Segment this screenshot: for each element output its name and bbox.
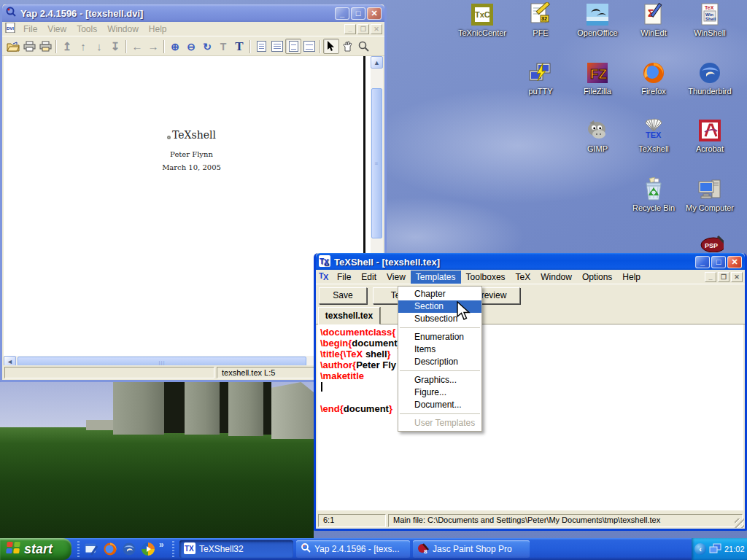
- zoom-in-icon[interactable]: ⊕: [167, 39, 183, 54]
- thunderbird-quicklaunch-icon[interactable]: [121, 541, 137, 557]
- menu-item-document[interactable]: Document...: [398, 399, 481, 411]
- menu-item-user-templates[interactable]: User Templates: [398, 417, 481, 429]
- texshell-menu-edit[interactable]: Edit: [356, 271, 382, 284]
- texshell-mdi-close-button[interactable]: ✕: [731, 272, 743, 282]
- texshell-menu-view[interactable]: View: [382, 271, 411, 284]
- yap-menu-view[interactable]: View: [42, 23, 71, 36]
- taskbar-task-jasc-psp[interactable]: 8 Jasc Paint Shop Pro: [413, 540, 530, 558]
- yap-menu-window[interactable]: Window: [102, 23, 144, 36]
- yap-maximize-button[interactable]: □: [351, 7, 365, 20]
- go-first-page-icon[interactable]: ↥: [59, 39, 75, 54]
- quicklaunch-overflow-chevron[interactable]: »: [159, 540, 164, 550]
- taskbar-task-texshell32[interactable]: TX TeXShell32: [179, 540, 293, 558]
- tab-texshell-tex[interactable]: texshell.tex: [318, 307, 380, 324]
- menu-item-chapter[interactable]: Chapter: [398, 288, 481, 300]
- texshell-menu-file[interactable]: File: [332, 271, 356, 284]
- texshell-menu-options[interactable]: Options: [577, 271, 617, 284]
- save-button[interactable]: Save: [319, 287, 367, 304]
- desktop-icon-pfe[interactable]: 32 PFE: [512, 2, 569, 37]
- facing-pages-view-icon[interactable]: [269, 39, 285, 54]
- quicklaunch-handle[interactable]: [172, 541, 174, 557]
- pfe-icon: 32: [528, 2, 553, 27]
- menu-item-figure[interactable]: Figure...: [398, 386, 481, 399]
- back-icon[interactable]: ←: [129, 39, 145, 54]
- yap-titlebar[interactable]: Yap 2.4.1596 - [texshell.dvi] _ □ ✕: [2, 4, 384, 22]
- texshell-menu-templates[interactable]: Templates: [411, 271, 461, 284]
- my-computer-icon: [697, 177, 722, 202]
- texshell-mdi-restore-button[interactable]: ❐: [718, 272, 729, 282]
- menu-item-enumeration[interactable]: Enumeration: [398, 331, 481, 343]
- start-button[interactable]: start: [0, 538, 71, 560]
- go-last-page-icon[interactable]: ↧: [107, 39, 123, 54]
- print-icon[interactable]: [21, 39, 37, 54]
- refresh-icon[interactable]: ↻: [199, 39, 215, 54]
- desktop-icon-thunderbird[interactable]: Thunderbird: [681, 61, 738, 96]
- forward-icon[interactable]: →: [145, 39, 161, 54]
- desktop-icon-label: FileZilla: [569, 87, 626, 96]
- open-file-icon[interactable]: [5, 39, 21, 54]
- resize-grip[interactable]: [735, 518, 744, 528]
- texshell-menu-window[interactable]: Window: [535, 271, 577, 284]
- texshell-minimize-button[interactable]: _: [695, 256, 710, 268]
- desktop-icon-firefox[interactable]: Firefox: [625, 61, 682, 96]
- network-status-icon[interactable]: [709, 543, 721, 556]
- menu-item-description[interactable]: Description: [398, 356, 481, 368]
- quicklaunch-handle[interactable]: [77, 541, 80, 557]
- continuous-view-icon[interactable]: [285, 39, 301, 54]
- editor-line: \end{document}: [320, 403, 743, 414]
- texshell-maximize-button[interactable]: □: [711, 256, 726, 268]
- texshell-mdi-minimize-button[interactable]: _: [705, 272, 716, 282]
- page-down-icon[interactable]: ↓: [91, 39, 107, 54]
- media-player-quicklaunch-icon[interactable]: [140, 541, 156, 557]
- yap-menu-tools[interactable]: Tools: [71, 23, 102, 36]
- desktop-icon-psp-partial[interactable]: PSP: [686, 235, 737, 252]
- texshell-close-button[interactable]: ✕: [727, 256, 742, 268]
- yap-close-button[interactable]: ✕: [367, 7, 382, 20]
- desktop-icon-winedt[interactable]: Σ WinEdt: [625, 2, 682, 37]
- desktop-icon-my-computer[interactable]: My Computer: [681, 177, 738, 212]
- texshell-editor[interactable]: \documentclass{ \begin{document} \title{…: [317, 324, 743, 510]
- clock[interactable]: 21:02: [724, 545, 745, 553]
- texshell-menu-tex[interactable]: TeX: [511, 271, 536, 284]
- magnifier-icon[interactable]: [355, 39, 371, 54]
- filezilla-icon: FZ: [585, 61, 610, 85]
- texshell-menu-help[interactable]: Help: [617, 271, 646, 284]
- yap-mdi-restore-button[interactable]: ❐: [357, 24, 369, 34]
- ruler-text-icon[interactable]: T: [215, 39, 231, 54]
- firefox-quicklaunch-icon[interactable]: [102, 541, 118, 557]
- taskbar-task-yap[interactable]: Yap 2.4.1596 - [texs...: [296, 540, 410, 558]
- desktop-icon-openoffice[interactable]: OpenOffice: [569, 2, 626, 37]
- editor-line: \author{Peter Fly: [320, 359, 743, 370]
- texshell-menu-toolboxes[interactable]: Toolboxes: [461, 271, 511, 284]
- menu-item-items[interactable]: Items: [398, 343, 481, 356]
- hand-pan-icon[interactable]: [339, 39, 355, 54]
- continuous-facing-view-icon[interactable]: [301, 39, 317, 54]
- desktop-icon-putty[interactable]: puTTY: [512, 61, 569, 96]
- yap-minimize-button[interactable]: _: [335, 7, 349, 20]
- scroll-up-arrow[interactable]: ▲: [371, 56, 383, 69]
- zoom-out-icon[interactable]: ⊖: [183, 39, 199, 54]
- yap-mdi-minimize-button[interactable]: _: [344, 24, 356, 34]
- vertical-scroll-thumb[interactable]: ≡: [371, 88, 382, 238]
- menu-item-graphics[interactable]: Graphics...: [398, 374, 481, 386]
- desktop-icon-acrobat[interactable]: Acrobat: [681, 118, 738, 153]
- desktop-icon-gimp[interactable]: GIMP: [569, 118, 626, 153]
- desktop-icon-winshell[interactable]: TeXWinShell WinShell: [681, 2, 738, 37]
- svg-text:TeX: TeX: [705, 5, 714, 10]
- text-mode-icon[interactable]: T: [231, 39, 247, 54]
- show-desktop-icon[interactable]: [83, 541, 99, 557]
- desktop-icon-recycle-bin[interactable]: Recycle Bin: [625, 177, 682, 212]
- yap-mdi-close-button[interactable]: ✕: [371, 24, 382, 34]
- desktop-icon-texshell[interactable]: TEX TeXshell: [625, 118, 682, 153]
- yap-menu-file[interactable]: File: [18, 23, 42, 36]
- desktop-icon-texniccenter[interactable]: TxC TeXnicCenter: [454, 2, 511, 37]
- desktop-icon-filezilla[interactable]: FZ FileZilla: [569, 61, 626, 96]
- print-setup-icon[interactable]: [37, 39, 53, 54]
- texshell-titlebar[interactable]: T␣X TeXShell - [texshell.tex] _ □ ✕: [316, 253, 745, 271]
- page-up-icon[interactable]: ↑: [75, 39, 91, 54]
- dvi-doc-title: TeXshell: [20, 129, 363, 141]
- select-pointer-icon[interactable]: [323, 39, 339, 54]
- tray-collapse-chevron-icon[interactable]: ‹: [694, 543, 706, 555]
- yap-menu-help[interactable]: Help: [144, 23, 172, 36]
- single-page-view-icon[interactable]: [253, 39, 269, 54]
